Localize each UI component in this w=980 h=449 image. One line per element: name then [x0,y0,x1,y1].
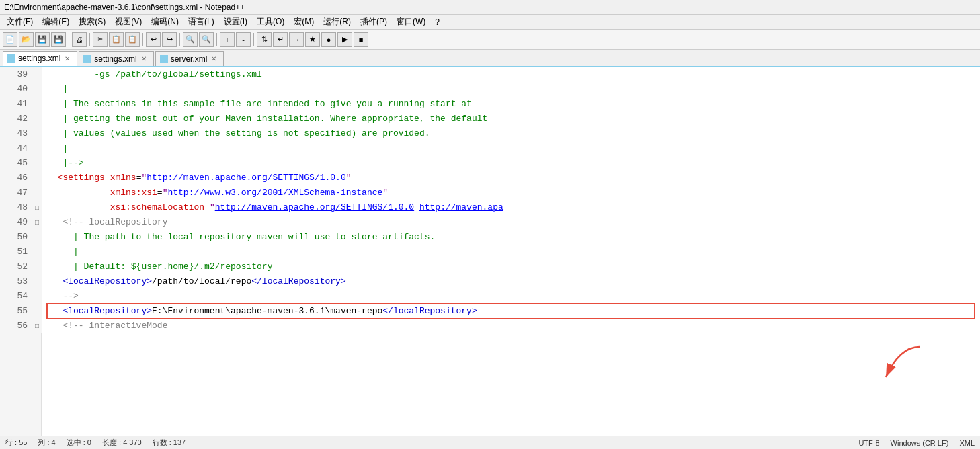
ln-48: 48 [4,200,28,215]
sep3 [142,33,143,46]
editor: 39 40 41 42 43 44 45 46 47 48 49 50 51 5… [0,67,980,436]
code-tag-55a: <localRepository> [63,304,152,319]
fold-55 [32,304,42,319]
xml-icon-3 [160,55,168,63]
menu-window[interactable]: 窗口(W) [393,15,430,29]
undo-btn[interactable]: ↩ [146,32,161,47]
save-btn[interactable]: 💾 [35,32,50,47]
bookmark-btn[interactable]: ★ [305,32,320,47]
ln-53: 53 [4,274,28,289]
xml-icon-1 [7,54,15,63]
tab-close-3[interactable]: ✕ [210,55,218,63]
title-bar: E:\Environment\apache-maven-3.6.1\conf\s… [0,0,980,15]
code-text-46d: " [141,171,147,186]
fold-45 [32,156,42,171]
status-length: 长度 : 4 370 [102,438,142,448]
find-replace-btn[interactable]: 🔍 [199,32,214,47]
tab-label-3: server.xml [171,54,208,64]
menu-plugin[interactable]: 插件(P) [356,15,391,29]
fold-42 [32,112,42,126]
cut-btn[interactable]: ✂ [93,32,108,47]
code-line-54: --> [47,289,975,304]
find-btn[interactable]: 🔍 [183,32,198,47]
code-text-47e: " [382,186,388,200]
code-line-46: <settings xmlns="http://maven.apache.org… [47,171,975,186]
code-text-46c: = [136,171,142,186]
code-content[interactable]: -gs /path/to/global/settings.xml | | The… [42,67,980,436]
code-line-44: | [47,141,975,156]
wrap-btn[interactable]: ↵ [273,32,288,47]
code-text-54: --> [47,289,79,304]
ln-46: 46 [4,171,28,186]
ln-42: 42 [4,112,28,126]
menu-encode[interactable]: 编码(N) [147,15,183,29]
code-text-42: | getting the most out of your Maven ins… [47,112,487,126]
code-text-48c: = [204,200,210,215]
print-btn[interactable]: 🖨 [72,32,87,47]
code-text-55b: E:\Environment\apache-maven-3.6.1\maven-… [152,304,382,319]
code-link-48b[interactable]: http://maven.apa [419,200,503,215]
open-btn[interactable]: 📂 [19,32,34,47]
menu-search[interactable]: 搜索(S) [75,15,110,29]
tab-settings1[interactable]: settings.xml ✕ [3,51,77,66]
menu-file[interactable]: 文件(F) [3,15,37,29]
macro-stop-btn[interactable]: ■ [354,32,368,47]
menu-bar: 文件(F) 编辑(E) 搜索(S) 视图(V) 编码(N) 语言(L) 设置(I… [0,15,980,30]
code-text-47d: " [163,186,168,200]
menu-view[interactable]: 视图(V) [111,15,146,29]
code-text-50: | The path to the local repository maven… [47,230,435,245]
ln-52: 52 [4,259,28,274]
fold-56[interactable]: □ [32,319,42,333]
save-all-btn[interactable]: 💾 [51,32,66,47]
fold-53 [32,274,42,289]
menu-settings[interactable]: 设置(I) [220,15,251,29]
fold-52 [32,259,42,274]
code-text-52: | Default: ${user.home}/.m2/repository [47,259,272,274]
ln-49: 49 [4,215,28,230]
code-line-41: | The sections in this sample file are i… [47,97,975,112]
menu-tools[interactable]: 工具(O) [253,15,288,29]
code-line-55: <localRepository>E:\Environment\apache-m… [47,304,975,319]
tab-bar: settings.xml ✕ settings.xml ✕ server.xml… [0,50,980,67]
paste-btn[interactable]: 📋 [125,32,140,47]
tab-server[interactable]: server.xml ✕ [155,51,224,66]
new-btn[interactable]: 📄 [3,32,17,47]
menu-help[interactable]: ? [431,16,444,28]
status-lineend: Windows (CR LF) [891,439,949,447]
fold-47 [32,186,42,200]
menu-macro[interactable]: 宏(M) [290,15,318,29]
menu-run[interactable]: 运行(R) [319,15,355,29]
ln-44: 44 [4,141,28,156]
status-encoding: UTF-8 [858,439,879,447]
menu-lang[interactable]: 语言(L) [184,15,218,29]
tab-close-2[interactable]: ✕ [140,55,148,63]
fold-41 [32,97,42,112]
indent-btn[interactable]: → [289,32,304,47]
status-sel: 选中 : 0 [67,438,91,448]
code-text-56b: <!-- interactiveMode [63,319,167,333]
zoom-in-btn[interactable]: + [220,32,235,47]
code-link-47[interactable]: http://www.w3.org/2001/XMLSchema-instanc… [167,186,382,200]
menu-edit[interactable]: 编辑(E) [38,15,73,29]
zoom-out-btn[interactable]: - [236,32,251,47]
code-link-46[interactable]: http://maven.apache.org/SETTINGS/1.0.0 [147,171,345,186]
code-link-48a[interactable]: http://maven.apache.org/SETTINGS/1.0.0 [215,200,414,215]
code-text-47b: xmlns:xsi [110,186,157,200]
tab-close-1[interactable]: ✕ [63,54,71,63]
tab-settings2[interactable]: settings.xml ✕ [79,51,153,66]
code-line-39: -gs /path/to/global/settings.xml [47,67,975,82]
macro-play-btn[interactable]: ▶ [337,32,352,47]
ln-41: 41 [4,97,28,112]
copy-btn[interactable]: 📋 [109,32,124,47]
code-line-56: <!-- interactiveMode [47,319,975,333]
sync-scroll-btn[interactable]: ⇅ [257,32,272,47]
code-text-53a [47,274,63,289]
fold-39 [32,67,42,82]
fold-48[interactable]: □ [32,200,42,215]
fold-49[interactable]: □ [32,215,42,230]
tab-label-1: settings.xml [18,54,60,63]
code-text-46b: xmlns [110,171,136,186]
code-text-48a [47,200,110,215]
redo-btn[interactable]: ↪ [162,32,177,47]
macro-rec-btn[interactable]: ● [321,32,336,47]
